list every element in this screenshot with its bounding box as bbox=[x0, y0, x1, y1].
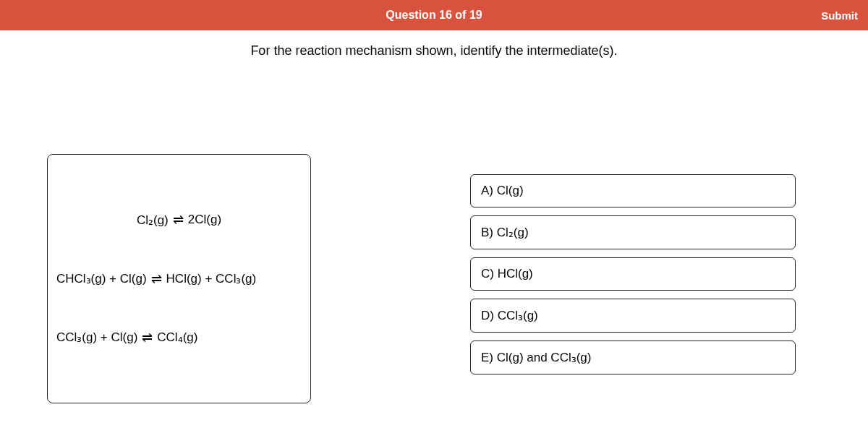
mechanism-box: Cl₂(g) ⇌ 2Cl(g) CHCl₃(g) + Cl(g) ⇌ HCl(g… bbox=[47, 154, 311, 403]
answer-option-d[interactable]: D) CCl₃(g) bbox=[470, 299, 796, 333]
equilibrium-arrow-icon: ⇌ bbox=[173, 212, 184, 228]
reaction-step-2: CHCl₃(g) + Cl(g) ⇌ HCl(g) + CCl₃(g) bbox=[56, 271, 302, 287]
question-header: Question 16 of 19 Submit bbox=[0, 0, 868, 30]
reaction-step-1: Cl₂(g) ⇌ 2Cl(g) bbox=[56, 212, 302, 228]
answer-list: A) Cl(g) B) Cl₂(g) C) HCl(g) D) CCl₃(g) … bbox=[470, 174, 796, 374]
question-counter: Question 16 of 19 bbox=[386, 9, 482, 22]
reaction-2-rhs: HCl(g) + CCl₃(g) bbox=[166, 271, 257, 286]
reaction-2-lhs: CHCl₃(g) + Cl(g) bbox=[56, 271, 147, 286]
answer-option-e[interactable]: E) Cl(g) and CCl₃(g) bbox=[470, 341, 796, 374]
answer-option-a[interactable]: A) Cl(g) bbox=[470, 174, 796, 207]
answer-option-b[interactable]: B) Cl₂(g) bbox=[470, 215, 796, 249]
reaction-3-lhs: CCl₃(g) + Cl(g) bbox=[56, 330, 137, 345]
reaction-1-rhs: 2Cl(g) bbox=[188, 213, 221, 227]
reaction-3-rhs: CCl₄(g) bbox=[157, 330, 197, 345]
equilibrium-arrow-icon: ⇌ bbox=[151, 271, 162, 287]
reaction-step-3: CCl₃(g) + Cl(g) ⇌ CCl₄(g) bbox=[56, 330, 302, 346]
question-prompt: For the reaction mechanism shown, identi… bbox=[0, 43, 868, 59]
reaction-1-lhs: Cl₂(g) bbox=[137, 213, 169, 228]
submit-button[interactable]: Submit bbox=[821, 9, 858, 22]
equilibrium-arrow-icon: ⇌ bbox=[142, 330, 153, 346]
answer-option-c[interactable]: C) HCl(g) bbox=[470, 257, 796, 291]
